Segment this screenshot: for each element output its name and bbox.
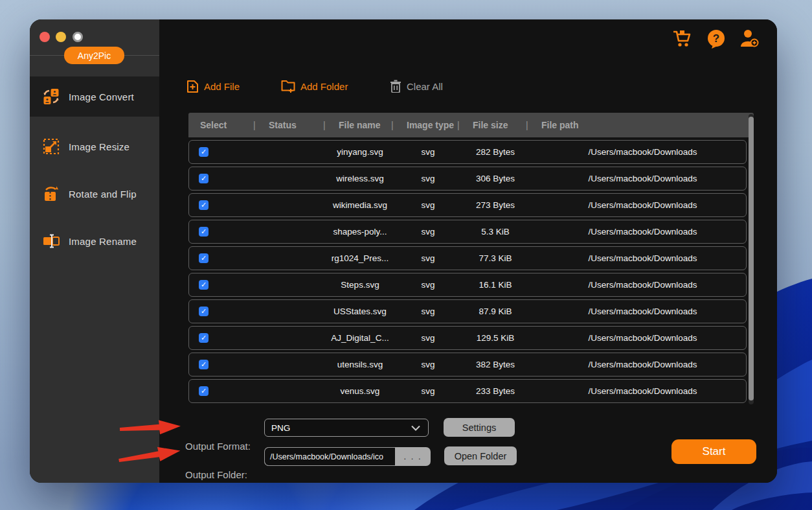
start-button[interactable]: Start [671,439,756,464]
minimize-window-button[interactable] [56,32,66,42]
image-type-cell: svg [405,200,451,210]
zoom-window-button[interactable] [73,32,83,42]
table-row[interactable]: ✓venus.svgsvg233 Bytes/Users/macbook/Dow… [188,379,747,403]
table-row[interactable]: ✓USStates.svgsvg87.9 KiB/Users/macbook/D… [188,299,747,323]
add-file-icon [186,80,199,93]
output-folder-label: Output Folder: [185,469,247,480]
cart-icon[interactable] [672,29,692,48]
sidebar-item-rotate-and-flip[interactable]: Rotate and Flip [30,174,159,214]
open-folder-button[interactable]: Open Folder [444,446,517,465]
table-row[interactable]: ✓rg1024_Pres...svg77.3 KiB/Users/macbook… [188,246,747,270]
file-path-cell: /Users/macbook/Downloads [539,227,746,237]
main-panel: ? Add File Add Folder [159,19,777,483]
add-folder-button[interactable]: Add Folder [281,78,348,95]
row-checkbox[interactable]: ✓ [199,386,209,396]
trash-icon [390,80,401,93]
add-file-label: Add File [204,81,240,92]
image-type-cell: svg [405,360,451,369]
column-header: Select [188,120,257,130]
file-name-cell: AJ_Digital_C... [315,333,405,343]
table-row[interactable]: ✓shapes-poly...svg5.3 KiB/Users/macbook/… [188,220,747,244]
file-size-cell: 306 Bytes [451,174,539,183]
scrollbar-thumb[interactable] [749,117,754,400]
file-path-cell: /Users/macbook/Downloads [539,333,746,343]
clear-all-button[interactable]: Clear All [390,78,443,95]
close-window-button[interactable] [39,32,50,42]
file-size-cell: 129.5 KiB [451,333,539,343]
file-path-cell: /Users/macbook/Downloads [539,174,746,183]
sidebar-item-image-convert[interactable]: Image Convert [30,76,159,117]
file-size-cell: 5.3 KiB [451,227,539,237]
image-type-cell: svg [405,333,451,343]
browse-folder-button[interactable]: . . . [395,447,431,466]
select-cell: ✓ [189,227,254,237]
file-table: Select|Status|File name|Image type|File … [188,113,754,406]
clear-all-label: Clear All [407,81,443,92]
select-cell: ✓ [189,200,254,210]
select-cell: ✓ [189,253,254,263]
output-format-select[interactable]: PNG [264,419,429,437]
image-type-cell: svg [405,386,451,396]
output-folder-control: /Users/macbook/Downloads/ico . . . [264,447,431,466]
file-name-cell: rg1024_Pres... [315,253,405,263]
add-user-icon[interactable] [739,29,759,48]
table-row[interactable]: ✓utensils.svgsvg382 Bytes/Users/macbook/… [188,353,747,377]
file-size-cell: 273 Bytes [451,200,539,210]
resize-icon [43,138,60,155]
help-icon[interactable]: ? [706,29,726,49]
output-format-label: Output Format: [185,441,251,452]
app-window: Any2Pic Image Convert Image Resize [30,19,777,483]
sidebar-item-label: Image Rename [69,236,137,247]
svg-text:?: ? [713,32,719,45]
select-cell: ✓ [189,307,254,316]
file-size-cell: 382 Bytes [451,360,539,369]
file-path-cell: /Users/macbook/Downloads [539,386,746,396]
table-scrollbar[interactable] [749,114,754,404]
sidebar-item-image-resize[interactable]: Image Resize [30,126,159,167]
file-name-cell: shapes-poly... [315,227,405,237]
table-body: ✓yinyang.svgsvg282 Bytes/Users/macbook/D… [188,140,747,406]
file-size-cell: 77.3 KiB [451,253,539,263]
row-checkbox[interactable]: ✓ [199,227,209,237]
row-checkbox[interactable]: ✓ [199,280,209,290]
column-header: Image type [395,120,461,130]
select-cell: ✓ [189,147,254,157]
output-folder-input[interactable]: /Users/macbook/Downloads/ico [264,447,395,466]
image-type-cell: svg [405,147,451,157]
file-path-cell: /Users/macbook/Downloads [539,147,746,157]
table-row[interactable]: ✓AJ_Digital_C...svg129.5 KiB/Users/macbo… [188,326,747,350]
select-cell: ✓ [189,386,254,396]
row-checkbox[interactable]: ✓ [199,200,209,210]
file-path-cell: /Users/macbook/Downloads [539,360,746,369]
table-row[interactable]: ✓Steps.svgsvg16.1 KiB/Users/macbook/Down… [188,273,747,297]
file-name-cell: wikimedia.svg [315,200,405,210]
sidebar: Any2Pic Image Convert Image Resize [30,19,159,483]
file-name-cell: yinyang.svg [315,147,405,157]
row-checkbox[interactable]: ✓ [199,253,209,263]
file-name-cell: USStates.svg [315,307,405,316]
file-path-cell: /Users/macbook/Downloads [539,307,746,316]
settings-button[interactable]: Settings [444,418,515,437]
column-header: File path [530,120,754,130]
table-row[interactable]: ✓yinyang.svgsvg282 Bytes/Users/macbook/D… [188,140,747,164]
file-path-cell: /Users/macbook/Downloads [539,200,746,210]
sidebar-item-label: Image Convert [69,91,134,102]
table-row[interactable]: ✓wikimedia.svgsvg273 Bytes/Users/macbook… [188,193,747,217]
rename-icon [43,233,60,249]
table-row[interactable]: ✓wireless.svgsvg306 Bytes/Users/macbook/… [188,167,747,191]
row-checkbox[interactable]: ✓ [199,174,209,183]
file-name-cell: wireless.svg [315,174,405,183]
sidebar-item-label: Image Resize [69,141,130,152]
select-cell: ✓ [189,280,254,290]
column-header: File name [327,120,395,130]
add-file-button[interactable]: Add File [186,78,240,95]
sidebar-item-label: Rotate and Flip [69,189,137,200]
column-header: File size [461,120,530,130]
column-header: Status [257,120,327,130]
row-checkbox[interactable]: ✓ [199,147,209,157]
row-checkbox[interactable]: ✓ [199,360,209,369]
row-checkbox[interactable]: ✓ [199,307,209,316]
row-checkbox[interactable]: ✓ [199,333,209,343]
annotation-arrow-output-format [118,417,182,438]
sidebar-item-image-rename[interactable]: Image Rename [30,221,159,261]
